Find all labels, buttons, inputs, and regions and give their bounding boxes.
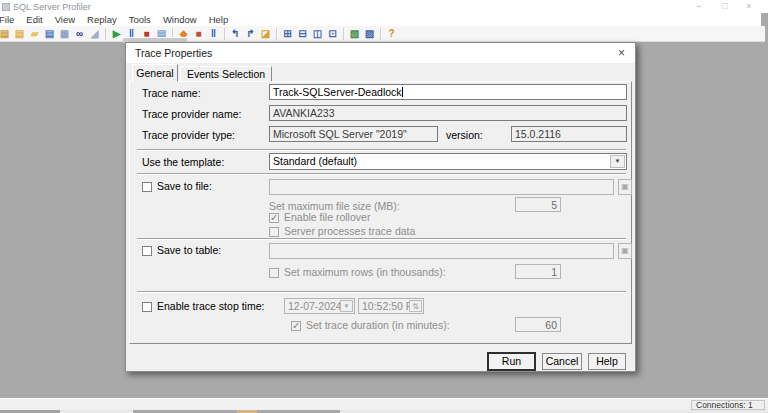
toggle-breakpoint-icon[interactable]: ‖: [207, 27, 220, 40]
dialog-close-icon[interactable]: ×: [618, 46, 625, 60]
max-file-size-field: 5: [515, 197, 561, 212]
max-rows-field: 1: [515, 264, 561, 279]
separator-line: [137, 173, 626, 175]
date-dropdown-icon: ▼: [340, 300, 353, 312]
stop-date-picker: 12-07-2024▼: [284, 298, 355, 314]
separator-line: [137, 238, 626, 240]
enable-stop-time-label[interactable]: Enable trace stop time:: [157, 300, 264, 312]
organize-columns-icon[interactable]: ◪: [259, 27, 272, 40]
save-to-file-label[interactable]: Save to file:: [157, 180, 212, 192]
minimize-button[interactable]: −: [690, 1, 708, 12]
stop-time-spinner: 10:52:50 PM⇅: [358, 298, 424, 314]
dialog-title: Trace Properties: [135, 47, 212, 59]
toolbar-separator: [343, 28, 344, 40]
table-path-field: [269, 243, 614, 259]
provider-type-field: Microsoft SQL Server "2019": [269, 126, 438, 142]
trace-duration-label: Set trace duration (in minutes):: [306, 319, 450, 331]
provider-name-label: Trace provider name:: [142, 108, 241, 120]
open-trace-file-icon[interactable]: ▰: [28, 27, 41, 40]
version-field: 15.0.2116: [511, 126, 627, 142]
grid-view-icon[interactable]: ▨: [363, 27, 376, 40]
server-processes-checkbox: [269, 227, 279, 237]
version-label: version:: [446, 129, 483, 141]
undo-arrow-icon[interactable]: ↰: [229, 27, 242, 40]
menu-help[interactable]: Help: [203, 14, 235, 25]
close-button[interactable]: ×: [740, 1, 758, 12]
mdi-background: Trace Properties × General Events Select…: [0, 42, 768, 398]
provider-name-field: AVANKIA233: [269, 105, 627, 121]
new-template-icon[interactable]: ▤: [13, 27, 26, 40]
server-processes-label: Server processes trace data: [284, 225, 415, 237]
redo-arrow-icon[interactable]: ↱: [244, 27, 257, 40]
save-to-table-checkbox[interactable]: [142, 246, 152, 256]
browse-table-button: ▣: [618, 243, 632, 259]
tab-general[interactable]: General: [132, 64, 178, 82]
tile-horizontal-icon[interactable]: ⊟: [296, 27, 309, 40]
tile-vertical-icon[interactable]: ◫: [311, 27, 324, 40]
clear-trace-window-icon[interactable]: ◢: [88, 27, 101, 40]
run-to-cursor-icon[interactable]: ■: [192, 27, 205, 40]
toolbar-separator: [276, 28, 277, 40]
menubar: File Edit View Replay Tools Window Help: [0, 13, 761, 26]
trace-properties-dialog: Trace Properties × General Events Select…: [125, 42, 636, 372]
template-label: Use the template:: [142, 156, 224, 168]
enable-file-rollover-label: Enable file rollover: [284, 211, 370, 223]
menu-tools[interactable]: Tools: [123, 14, 157, 25]
app-titlebar: SQL Server Profiler − □ ×: [0, 0, 768, 13]
app-icon: [2, 3, 10, 11]
cancel-button[interactable]: Cancel: [542, 353, 582, 370]
toolbar-separator: [105, 28, 106, 40]
menu-view[interactable]: View: [49, 14, 81, 25]
max-rows-label: Set maximum rows (in thousands):: [284, 266, 446, 278]
connections-status: Connections: 1: [691, 400, 765, 410]
screen: SQL Server Profiler − □ × File Edit View…: [0, 0, 768, 413]
separator-line: [137, 291, 626, 293]
template-combobox[interactable]: Standard (default)▼: [269, 153, 627, 170]
find-icon[interactable]: ∞: [73, 27, 86, 40]
trace-name-input[interactable]: Track-SQLServer-Deadlock: [269, 84, 627, 100]
trace-name-label: Trace name:: [142, 87, 201, 99]
app-title: SQL Server Profiler: [13, 2, 91, 12]
enable-stop-time-checkbox[interactable]: [142, 302, 152, 312]
toolbar: ▤▤▰▤▦∞◢▶‖■▤◆■‖↰↱◪⊞⊟◫⊡▧▨?: [0, 26, 765, 42]
provider-type-label: Trace provider type:: [142, 129, 235, 141]
save-trace-icon[interactable]: ▤: [43, 27, 56, 40]
text-caret: [402, 87, 403, 97]
menu-file[interactable]: File: [0, 14, 20, 25]
dialog-titlebar[interactable]: Trace Properties ×: [126, 43, 635, 63]
run-button[interactable]: Run: [488, 353, 535, 370]
trace-duration-checkbox: [291, 321, 301, 331]
menu-window[interactable]: Window: [157, 14, 203, 25]
save-to-file-checkbox[interactable]: [142, 182, 152, 192]
new-trace-icon[interactable]: ▤: [0, 27, 11, 40]
save-to-table-label[interactable]: Save to table:: [157, 244, 221, 256]
toolbar-separator: [224, 28, 225, 40]
tab-events-selection[interactable]: Events Selection: [180, 66, 272, 81]
help-icon[interactable]: ?: [385, 27, 398, 40]
switch-pane-icon[interactable]: ⊡: [326, 27, 339, 40]
help-button[interactable]: Help: [588, 353, 626, 370]
cascade-windows-icon[interactable]: ⊞: [281, 27, 294, 40]
trace-properties-icon[interactable]: ▦: [58, 27, 71, 40]
enable-file-rollover-checkbox: [269, 213, 279, 223]
chart-view-icon[interactable]: ▧: [348, 27, 361, 40]
menu-edit[interactable]: Edit: [20, 14, 48, 25]
trace-duration-field: 60: [515, 317, 561, 332]
status-bar: Connections: 1: [0, 398, 768, 410]
file-path-field: [269, 179, 614, 195]
template-dropdown-icon[interactable]: ▼: [610, 155, 625, 168]
time-spinner-icon: ⇅: [409, 300, 422, 312]
restore-button[interactable]: □: [716, 1, 734, 12]
max-rows-checkbox: [269, 268, 279, 278]
menu-replay[interactable]: Replay: [81, 14, 123, 25]
browse-file-button: ▣: [618, 179, 632, 195]
start-trace-icon[interactable]: ▶: [110, 27, 123, 40]
separator-line: [137, 149, 626, 151]
toolbar-separator: [380, 28, 381, 40]
